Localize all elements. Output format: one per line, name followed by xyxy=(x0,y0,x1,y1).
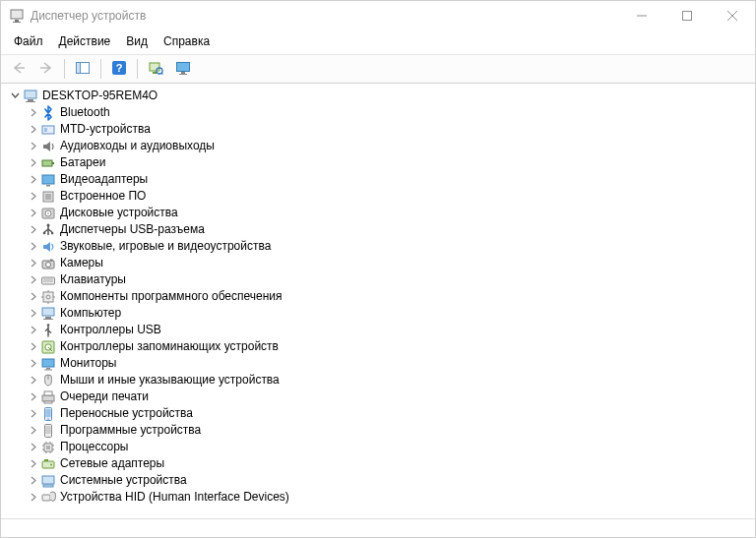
tree-category-node[interactable]: Встроенное ПО xyxy=(1,188,755,205)
tree-category-node[interactable]: Аудиовходы и аудиовыходы xyxy=(1,138,755,154)
chevron-right-icon[interactable] xyxy=(27,375,38,387)
tree-category-node[interactable]: Мыши и иные указывающие устройства xyxy=(1,372,755,389)
tree-category-node[interactable]: Очереди печати xyxy=(1,389,755,405)
toolbar-separator xyxy=(100,59,101,79)
help-icon: ? xyxy=(111,60,127,79)
nav-forward-button[interactable] xyxy=(33,56,59,82)
device-tree-pane[interactable]: DESKTOP-95REM4O BluetoothMTD-устройстваА… xyxy=(1,84,755,518)
mouse-icon xyxy=(40,373,56,389)
chevron-right-icon[interactable] xyxy=(27,325,38,336)
device-tree: DESKTOP-95REM4O BluetoothMTD-устройстваА… xyxy=(1,88,755,506)
mtd-icon xyxy=(40,122,56,138)
tree-category-label: Программные устройства xyxy=(60,422,209,439)
chevron-right-icon[interactable] xyxy=(27,141,38,152)
chevron-right-icon[interactable] xyxy=(27,258,38,269)
tree-category-label: Встроенное ПО xyxy=(60,188,154,205)
scan-hardware-button[interactable] xyxy=(143,56,168,82)
tree-category-node[interactable]: Контроллеры USB xyxy=(1,322,755,338)
menu-action[interactable]: Действие xyxy=(52,32,118,50)
chevron-right-icon[interactable] xyxy=(27,274,38,286)
tree-category-label: Звуковые, игровые и видеоустройства xyxy=(60,238,279,255)
chevron-right-icon[interactable] xyxy=(27,174,38,186)
tree-category-node[interactable]: Системные устройства xyxy=(1,472,755,489)
chevron-right-icon[interactable] xyxy=(27,157,38,169)
svg-rect-20 xyxy=(26,101,35,102)
audio-icon xyxy=(40,139,56,154)
tree-category-label: Дисковые устройства xyxy=(60,205,186,221)
tree-category-node[interactable]: MTD-устройства xyxy=(1,121,755,138)
chevron-right-icon[interactable] xyxy=(27,475,38,487)
chevron-right-icon[interactable] xyxy=(27,208,38,219)
hid-icon xyxy=(40,490,56,506)
tree-category-node[interactable]: Процессоры xyxy=(1,439,755,455)
tree-category-node[interactable]: Клавиатуры xyxy=(1,271,755,288)
chevron-right-icon[interactable] xyxy=(27,107,38,119)
chevron-right-icon[interactable] xyxy=(27,391,38,403)
tree-category-label: Мыши и иные указывающие устройства xyxy=(60,372,287,389)
help-button[interactable]: ? xyxy=(106,56,132,82)
printq-icon xyxy=(40,389,56,405)
tree-category-node[interactable]: Контроллеры запоминающих устройств xyxy=(1,338,755,355)
chevron-down-icon[interactable] xyxy=(9,90,21,102)
app-icon xyxy=(9,8,25,24)
menu-file[interactable]: Файл xyxy=(7,32,50,50)
tree-category-node[interactable]: Звуковые, игровые и видеоустройства xyxy=(1,238,755,255)
tree-root-label: DESKTOP-95REM4O xyxy=(42,88,165,104)
usb-hub-icon xyxy=(40,222,56,238)
menu-help[interactable]: Справка xyxy=(157,32,217,50)
tree-category-node[interactable]: Компоненты программного обеспечения xyxy=(1,288,755,305)
system-icon xyxy=(40,473,56,489)
svg-rect-15 xyxy=(177,62,190,71)
menu-view[interactable]: Вид xyxy=(119,32,155,50)
devices-and-printers-button[interactable] xyxy=(170,56,196,82)
tree-category-node[interactable]: Диспетчеры USB-разъема xyxy=(1,221,755,238)
nav-back-button[interactable] xyxy=(6,56,32,82)
tree-category-node[interactable]: Батареи xyxy=(1,154,755,171)
tree-category-node[interactable]: Программные устройства xyxy=(1,422,755,439)
chevron-right-icon[interactable] xyxy=(27,224,38,236)
tree-category-node[interactable]: Дисковые устройства xyxy=(1,205,755,221)
chevron-right-icon[interactable] xyxy=(27,124,38,136)
keyboard-icon xyxy=(40,272,56,288)
computer-icon xyxy=(23,89,38,104)
component-icon xyxy=(40,289,56,305)
svg-rect-4 xyxy=(683,12,692,21)
tree-category-node[interactable]: Камеры xyxy=(1,255,755,271)
chevron-right-icon[interactable] xyxy=(27,442,38,453)
statusbar xyxy=(1,518,755,537)
chevron-right-icon[interactable] xyxy=(27,341,38,353)
tree-category-node[interactable]: Видеоадаптеры xyxy=(1,171,755,188)
tree-category-label: Компьютер xyxy=(60,305,129,322)
tree-category-label: Контроллеры запоминающих устройств xyxy=(60,338,286,355)
tree-category-label: Процессоры xyxy=(60,439,137,455)
show-hide-tree-button[interactable] xyxy=(70,56,95,82)
tree-category-label: Системные устройства xyxy=(60,472,195,489)
tree-category-node[interactable]: Bluetooth xyxy=(1,104,755,121)
chevron-right-icon[interactable] xyxy=(27,458,38,470)
chevron-right-icon[interactable] xyxy=(27,425,38,437)
tree-category-node[interactable]: Компьютер xyxy=(1,305,755,322)
chevron-right-icon[interactable] xyxy=(27,241,38,253)
tree-category-label: Мониторы xyxy=(60,355,124,372)
close-button[interactable] xyxy=(710,1,755,30)
tree-root-node[interactable]: DESKTOP-95REM4O xyxy=(1,88,755,104)
svg-rect-2 xyxy=(13,22,21,23)
chevron-right-icon[interactable] xyxy=(27,191,38,203)
network-icon xyxy=(40,456,56,472)
tree-category-node[interactable]: Переносные устройства xyxy=(1,405,755,422)
tree-category-node[interactable]: Устройства HID (Human Interface Devices) xyxy=(1,489,755,506)
minimize-button[interactable] xyxy=(619,1,664,30)
tree-category-node[interactable]: Сетевые адаптеры xyxy=(1,455,755,472)
chevron-right-icon[interactable] xyxy=(27,408,38,420)
video-icon xyxy=(40,172,56,188)
chevron-right-icon[interactable] xyxy=(27,308,38,320)
tree-category-label: Клавиатуры xyxy=(60,271,134,288)
chevron-right-icon[interactable] xyxy=(27,291,38,303)
tree-category-node[interactable]: Мониторы xyxy=(1,355,755,372)
monitor-icon xyxy=(175,60,191,79)
chevron-right-icon[interactable] xyxy=(27,492,38,504)
svg-line-14 xyxy=(161,73,163,75)
sound-icon xyxy=(40,239,56,255)
chevron-right-icon[interactable] xyxy=(27,358,38,370)
maximize-button[interactable] xyxy=(664,1,710,30)
